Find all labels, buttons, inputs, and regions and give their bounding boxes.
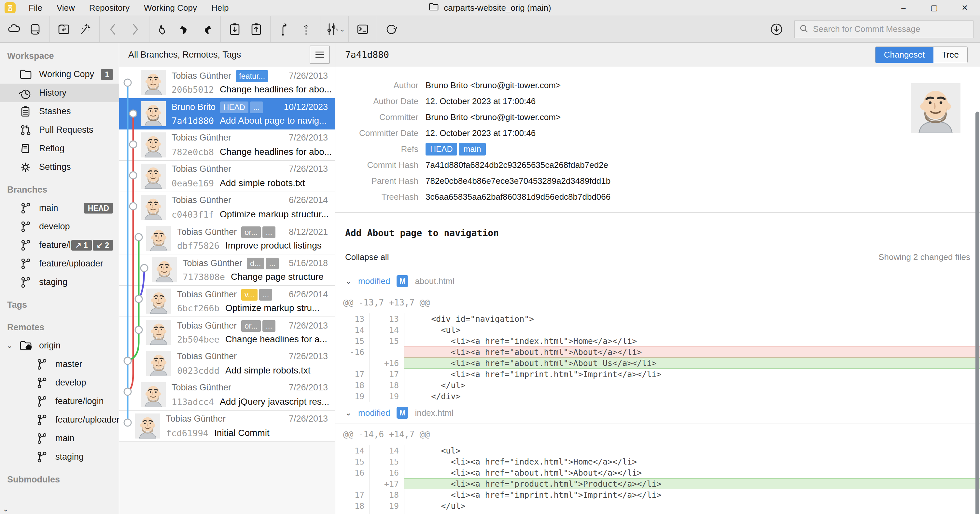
maximize-button[interactable]: ▢ <box>919 0 950 16</box>
commit-row[interactable]: Tobias Günther v...... 6/26/2014 6bcf266… <box>119 286 335 317</box>
diff-line-add: +16 <li><a href="about.html">About Us</a… <box>335 357 980 369</box>
sidebar-item-main[interactable]: main HEAD <box>0 199 119 217</box>
close-button[interactable]: ✕ <box>950 0 980 16</box>
ref-badge: or... <box>241 227 261 238</box>
back-icon[interactable] <box>103 19 124 39</box>
code-text: <ul> <box>404 445 980 456</box>
sidebar-item-master[interactable]: master <box>0 355 119 373</box>
changeset-tab[interactable]: Changeset <box>875 47 934 63</box>
sidebar-item-staging[interactable]: staging <box>0 273 119 292</box>
commit-subject: Change headlines for abo... <box>220 147 332 157</box>
new-line-number: +16 <box>370 357 404 369</box>
meta-row: Committer Date12. October 2023 at 17:00:… <box>335 127 980 140</box>
menu-view[interactable]: View <box>49 0 82 16</box>
stash-save-icon[interactable] <box>245 19 267 39</box>
sidebar-item-main[interactable]: main <box>0 429 119 447</box>
commit-search[interactable] <box>794 21 974 38</box>
forward-icon[interactable] <box>124 19 146 39</box>
tree-tab[interactable]: Tree <box>934 47 967 63</box>
file-header[interactable]: ⌄ modified M about.html <box>335 270 980 292</box>
search-input[interactable] <box>812 24 969 35</box>
commit-date: 5/16/2018 <box>289 258 328 268</box>
commit-row[interactable]: Tobias Günther 6/26/2014 c0403f1f Optimi… <box>119 192 335 223</box>
menu-help[interactable]: Help <box>204 0 236 16</box>
sidebar-item-settings[interactable]: Settings <box>0 158 119 176</box>
menu-working-copy[interactable]: Working Copy <box>137 0 204 16</box>
commit-badges: featur... <box>236 70 268 82</box>
new-line-number: 15 <box>370 456 404 467</box>
commit-row[interactable]: Tobias Günther or...... 7/26/2013 2b504b… <box>119 317 335 348</box>
drive-icon[interactable] <box>25 19 46 39</box>
sidebar-item-history[interactable]: History <box>0 84 119 102</box>
commit-date: 7/26/2013 <box>289 321 328 331</box>
meta-row: CommitterBruno Brito <bruno@git-tower.co… <box>335 111 980 124</box>
commit-row[interactable]: Tobias Günther 7/26/2013 113adcc4 Add jQ… <box>119 379 335 411</box>
chevron-down-icon[interactable]: ⌄ <box>345 408 352 417</box>
branch-icon <box>19 257 32 270</box>
sidebar-item-feature-uploader[interactable]: feature/uploader <box>0 411 119 429</box>
collapse-all-link[interactable]: Collapse all <box>345 252 389 262</box>
commit-hash: 7173808e <box>183 272 225 282</box>
sidebar-item-feature-lo-[interactable]: feature/lo... ↗ 1↙ 2 <box>0 236 119 254</box>
terminal-icon[interactable] <box>352 19 374 39</box>
old-line-number: 18 <box>335 500 370 511</box>
code-text: </div> <box>404 391 980 402</box>
old-line-number: 19 <box>335 391 370 402</box>
sidebar-item-working-copy[interactable]: Working Copy 1 <box>0 65 119 84</box>
menu-file[interactable]: File <box>21 0 49 16</box>
sidebar-section-remotes: Remotes <box>0 314 119 336</box>
discard-icon[interactable] <box>153 19 174 39</box>
sidebar-item-develop[interactable]: develop <box>0 217 119 236</box>
commit-row[interactable]: Tobias Günther 7/26/2013 0ea9e169 Add si… <box>119 161 335 192</box>
details-scrollbar[interactable] <box>975 112 979 514</box>
commit-row[interactable]: Tobias Günther 7/26/2013 782e0cb8 Change… <box>119 130 335 161</box>
sidebar-item-reflog[interactable]: Reflog <box>0 139 119 158</box>
commit-row[interactable]: Tobias Günther or...... 8/12/2021 dbf758… <box>119 223 335 254</box>
wand-icon[interactable] <box>75 19 96 39</box>
gear-icon <box>19 161 32 174</box>
meta-label: Author <box>335 80 418 90</box>
stash-apply-icon[interactable] <box>224 19 245 39</box>
avatar <box>146 226 171 251</box>
old-line-number: -16 <box>335 346 370 357</box>
sidebar-item-pull-requests[interactable]: Pull Requests <box>0 121 119 139</box>
pull-icon[interactable] <box>174 19 196 39</box>
compare-icon[interactable]: ⌄ <box>324 19 345 39</box>
commit-date: 7/26/2013 <box>289 382 328 393</box>
stash-icon <box>19 105 32 118</box>
commit-hash: fcd61994 <box>166 428 208 438</box>
sidebar-item-staging[interactable]: staging <box>0 447 119 466</box>
sidebar-item-origin[interactable]: origin ⌄ <box>0 336 119 355</box>
merge-icon[interactable] <box>295 19 317 39</box>
commit-row[interactable]: Tobias Günther 7/26/2013 0023cddd Add si… <box>119 348 335 379</box>
push-icon[interactable] <box>196 19 217 39</box>
commit-row[interactable]: Tobias Günther d...... 5/16/2018 7173808… <box>119 254 335 286</box>
sidebar-item-develop[interactable]: develop <box>0 373 119 392</box>
list-options-button[interactable] <box>310 46 330 64</box>
minimize-button[interactable]: – <box>888 0 919 16</box>
diff-line-ctx: 18 19 </ul> <box>335 500 980 511</box>
chevron-down-icon[interactable]: ⌄ <box>6 341 13 350</box>
file-header[interactable]: ⌄ modified M index.html <box>335 402 980 424</box>
fetch-icon[interactable] <box>766 19 787 39</box>
sidebar-item-feature-login[interactable]: feature/login <box>0 392 119 411</box>
avatar <box>141 70 166 95</box>
old-line-number: 15 <box>335 335 370 346</box>
diff-line-del: -16 <li><a href="about.html">About</a></… <box>335 346 980 357</box>
chevron-down-icon[interactable]: ⌄ <box>345 276 352 286</box>
refresh-icon[interactable] <box>380 19 402 39</box>
commit-row[interactable]: Tobias Günther 7/26/2013 fcd61994 Initia… <box>119 411 335 442</box>
commit-row[interactable]: Tobias Günther featur... 7/26/2013 206b5… <box>119 67 335 98</box>
code-text: </div> <box>404 511 980 514</box>
folder-return-icon[interactable] <box>53 19 75 39</box>
commit-subject: Add simple robots.txt <box>225 365 310 376</box>
sidebar-item-feature-uploader[interactable]: feature/uploader <box>0 254 119 273</box>
branch-icon[interactable] <box>274 19 295 39</box>
code-text: <li><a href="imprint.html">Imprint</a></… <box>404 369 980 380</box>
modified-badge: M <box>396 407 408 419</box>
sidebar-item-stashes[interactable]: Stashes <box>0 102 119 121</box>
commit-row[interactable]: Bruno Brito HEAD... 10/12/2023 7a41d880 … <box>119 98 335 130</box>
menu-repository[interactable]: Repository <box>82 0 137 16</box>
branch-filter-label[interactable]: All Branches, Remotes, Tags <box>128 50 241 60</box>
cloud-icon[interactable] <box>3 19 25 39</box>
